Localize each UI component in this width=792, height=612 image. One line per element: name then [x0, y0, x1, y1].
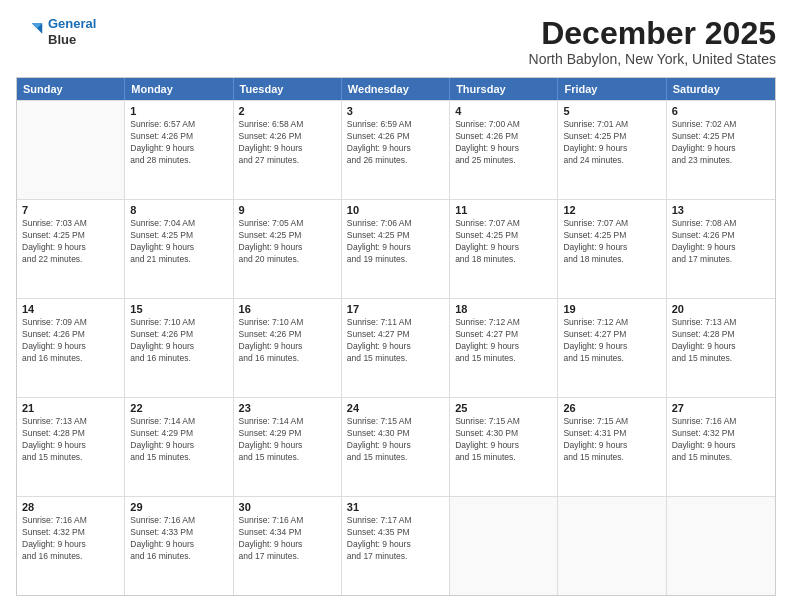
day-cell-24: 24Sunrise: 7:15 AM Sunset: 4:30 PM Dayli…	[342, 398, 450, 496]
logo-icon	[16, 18, 44, 46]
day-number: 16	[239, 303, 336, 315]
day-number: 6	[672, 105, 770, 117]
day-number: 10	[347, 204, 444, 216]
day-cell-3: 3Sunrise: 6:59 AM Sunset: 4:26 PM Daylig…	[342, 101, 450, 199]
day-cell-25: 25Sunrise: 7:15 AM Sunset: 4:30 PM Dayli…	[450, 398, 558, 496]
day-number: 2	[239, 105, 336, 117]
day-cell-8: 8Sunrise: 7:04 AM Sunset: 4:25 PM Daylig…	[125, 200, 233, 298]
day-cell-6: 6Sunrise: 7:02 AM Sunset: 4:25 PM Daylig…	[667, 101, 775, 199]
day-cell-12: 12Sunrise: 7:07 AM Sunset: 4:25 PM Dayli…	[558, 200, 666, 298]
calendar-header: SundayMondayTuesdayWednesdayThursdayFrid…	[17, 78, 775, 100]
day-cell-16: 16Sunrise: 7:10 AM Sunset: 4:26 PM Dayli…	[234, 299, 342, 397]
day-info: Sunrise: 7:16 AM Sunset: 4:34 PM Dayligh…	[239, 515, 336, 563]
day-info: Sunrise: 7:04 AM Sunset: 4:25 PM Dayligh…	[130, 218, 227, 266]
day-cell-17: 17Sunrise: 7:11 AM Sunset: 4:27 PM Dayli…	[342, 299, 450, 397]
day-info: Sunrise: 7:03 AM Sunset: 4:25 PM Dayligh…	[22, 218, 119, 266]
page: General Blue December 2025 North Babylon…	[0, 0, 792, 612]
day-number: 30	[239, 501, 336, 513]
day-number: 5	[563, 105, 660, 117]
day-info: Sunrise: 7:12 AM Sunset: 4:27 PM Dayligh…	[455, 317, 552, 365]
day-cell-9: 9Sunrise: 7:05 AM Sunset: 4:25 PM Daylig…	[234, 200, 342, 298]
day-number: 28	[22, 501, 119, 513]
day-number: 4	[455, 105, 552, 117]
day-info: Sunrise: 7:16 AM Sunset: 4:33 PM Dayligh…	[130, 515, 227, 563]
day-info: Sunrise: 7:08 AM Sunset: 4:26 PM Dayligh…	[672, 218, 770, 266]
day-number: 29	[130, 501, 227, 513]
day-info: Sunrise: 7:17 AM Sunset: 4:35 PM Dayligh…	[347, 515, 444, 563]
day-number: 24	[347, 402, 444, 414]
day-info: Sunrise: 7:09 AM Sunset: 4:26 PM Dayligh…	[22, 317, 119, 365]
day-info: Sunrise: 7:06 AM Sunset: 4:25 PM Dayligh…	[347, 218, 444, 266]
header-day-monday: Monday	[125, 78, 233, 100]
day-number: 18	[455, 303, 552, 315]
day-cell-28: 28Sunrise: 7:16 AM Sunset: 4:32 PM Dayli…	[17, 497, 125, 595]
day-cell-23: 23Sunrise: 7:14 AM Sunset: 4:29 PM Dayli…	[234, 398, 342, 496]
day-cell-11: 11Sunrise: 7:07 AM Sunset: 4:25 PM Dayli…	[450, 200, 558, 298]
day-cell-1: 1Sunrise: 6:57 AM Sunset: 4:26 PM Daylig…	[125, 101, 233, 199]
day-number: 9	[239, 204, 336, 216]
header-day-saturday: Saturday	[667, 78, 775, 100]
day-info: Sunrise: 7:07 AM Sunset: 4:25 PM Dayligh…	[455, 218, 552, 266]
day-info: Sunrise: 7:11 AM Sunset: 4:27 PM Dayligh…	[347, 317, 444, 365]
day-cell-31: 31Sunrise: 7:17 AM Sunset: 4:35 PM Dayli…	[342, 497, 450, 595]
day-cell-27: 27Sunrise: 7:16 AM Sunset: 4:32 PM Dayli…	[667, 398, 775, 496]
subtitle: North Babylon, New York, United States	[529, 51, 776, 67]
day-cell-29: 29Sunrise: 7:16 AM Sunset: 4:33 PM Dayli…	[125, 497, 233, 595]
day-cell-14: 14Sunrise: 7:09 AM Sunset: 4:26 PM Dayli…	[17, 299, 125, 397]
day-number: 25	[455, 402, 552, 414]
day-number: 11	[455, 204, 552, 216]
logo-text: General Blue	[48, 16, 96, 47]
day-number: 1	[130, 105, 227, 117]
day-info: Sunrise: 7:13 AM Sunset: 4:28 PM Dayligh…	[22, 416, 119, 464]
day-number: 20	[672, 303, 770, 315]
day-number: 26	[563, 402, 660, 414]
day-number: 7	[22, 204, 119, 216]
day-cell-10: 10Sunrise: 7:06 AM Sunset: 4:25 PM Dayli…	[342, 200, 450, 298]
day-info: Sunrise: 7:00 AM Sunset: 4:26 PM Dayligh…	[455, 119, 552, 167]
header-day-friday: Friday	[558, 78, 666, 100]
day-info: Sunrise: 7:15 AM Sunset: 4:30 PM Dayligh…	[347, 416, 444, 464]
day-number: 22	[130, 402, 227, 414]
day-number: 17	[347, 303, 444, 315]
day-info: Sunrise: 6:58 AM Sunset: 4:26 PM Dayligh…	[239, 119, 336, 167]
header-day-thursday: Thursday	[450, 78, 558, 100]
day-cell-15: 15Sunrise: 7:10 AM Sunset: 4:26 PM Dayli…	[125, 299, 233, 397]
day-info: Sunrise: 7:13 AM Sunset: 4:28 PM Dayligh…	[672, 317, 770, 365]
day-number: 12	[563, 204, 660, 216]
header-day-wednesday: Wednesday	[342, 78, 450, 100]
empty-cell-4-6	[667, 497, 775, 595]
title-block: December 2025 North Babylon, New York, U…	[529, 16, 776, 67]
day-number: 23	[239, 402, 336, 414]
calendar-row-0: 1Sunrise: 6:57 AM Sunset: 4:26 PM Daylig…	[17, 100, 775, 199]
calendar: SundayMondayTuesdayWednesdayThursdayFrid…	[16, 77, 776, 596]
day-number: 8	[130, 204, 227, 216]
day-info: Sunrise: 7:05 AM Sunset: 4:25 PM Dayligh…	[239, 218, 336, 266]
day-cell-22: 22Sunrise: 7:14 AM Sunset: 4:29 PM Dayli…	[125, 398, 233, 496]
main-title: December 2025	[529, 16, 776, 51]
header-day-sunday: Sunday	[17, 78, 125, 100]
header-day-tuesday: Tuesday	[234, 78, 342, 100]
calendar-body: 1Sunrise: 6:57 AM Sunset: 4:26 PM Daylig…	[17, 100, 775, 595]
empty-cell-4-4	[450, 497, 558, 595]
day-info: Sunrise: 6:57 AM Sunset: 4:26 PM Dayligh…	[130, 119, 227, 167]
svg-rect-0	[16, 18, 44, 46]
day-info: Sunrise: 7:15 AM Sunset: 4:31 PM Dayligh…	[563, 416, 660, 464]
day-cell-13: 13Sunrise: 7:08 AM Sunset: 4:26 PM Dayli…	[667, 200, 775, 298]
day-number: 27	[672, 402, 770, 414]
day-info: Sunrise: 7:01 AM Sunset: 4:25 PM Dayligh…	[563, 119, 660, 167]
day-info: Sunrise: 7:02 AM Sunset: 4:25 PM Dayligh…	[672, 119, 770, 167]
logo-line1: General	[48, 16, 96, 31]
day-info: Sunrise: 7:16 AM Sunset: 4:32 PM Dayligh…	[672, 416, 770, 464]
day-info: Sunrise: 7:07 AM Sunset: 4:25 PM Dayligh…	[563, 218, 660, 266]
logo: General Blue	[16, 16, 96, 47]
day-cell-26: 26Sunrise: 7:15 AM Sunset: 4:31 PM Dayli…	[558, 398, 666, 496]
day-cell-30: 30Sunrise: 7:16 AM Sunset: 4:34 PM Dayli…	[234, 497, 342, 595]
day-number: 14	[22, 303, 119, 315]
day-info: Sunrise: 7:10 AM Sunset: 4:26 PM Dayligh…	[239, 317, 336, 365]
day-cell-19: 19Sunrise: 7:12 AM Sunset: 4:27 PM Dayli…	[558, 299, 666, 397]
day-info: Sunrise: 7:15 AM Sunset: 4:30 PM Dayligh…	[455, 416, 552, 464]
day-number: 13	[672, 204, 770, 216]
day-number: 31	[347, 501, 444, 513]
day-info: Sunrise: 7:10 AM Sunset: 4:26 PM Dayligh…	[130, 317, 227, 365]
day-number: 21	[22, 402, 119, 414]
